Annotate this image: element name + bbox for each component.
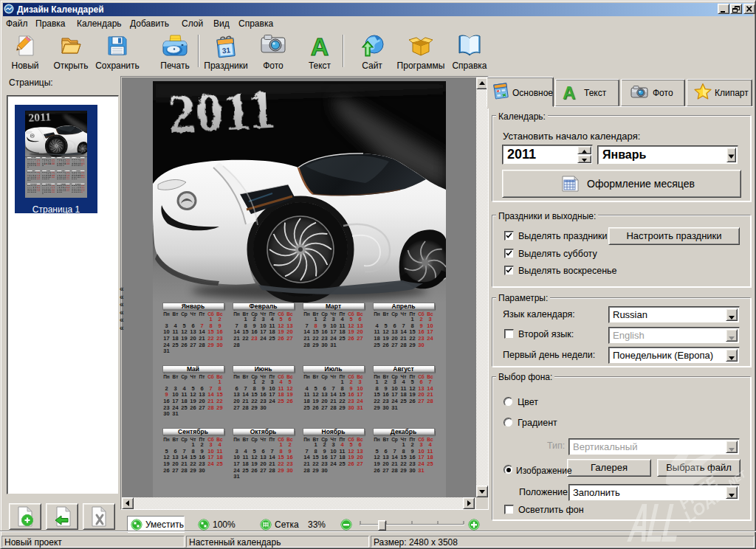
svg-text:2011: 2011: [28, 111, 52, 124]
svg-text:2011: 2011: [167, 81, 278, 145]
svg-text:A: A: [311, 34, 329, 58]
svg-text:31: 31: [221, 46, 231, 55]
